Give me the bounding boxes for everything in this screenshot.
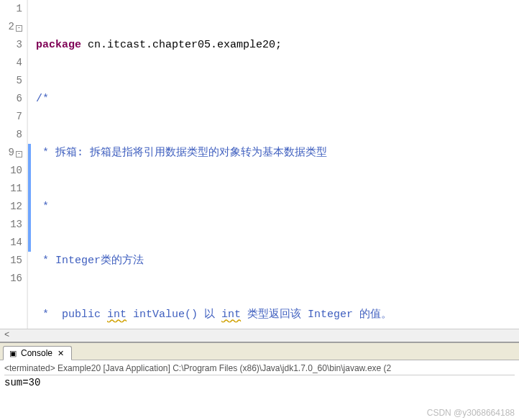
code-line[interactable]: * 拆箱: 拆箱是指将引用数据类型的对象转为基本数据类型 [33, 144, 519, 162]
line-number-gutter: 1 2- 3 4 5 6 7 8 9- 10 11 12 13 14 15 16 [0, 0, 27, 329]
code-content[interactable]: package cn.itcast.chapter05.example20; /… [33, 0, 519, 329]
console-tab[interactable]: ▣ Console ✕ [3, 346, 72, 360]
line-number: 16 [0, 270, 22, 288]
line-number: 15 [0, 252, 22, 270]
code-line[interactable]: package cn.itcast.chapter05.example20; [33, 36, 519, 54]
line-number: 7 [0, 108, 22, 126]
line-number: 6 [0, 90, 22, 108]
line-number: 12 [0, 198, 22, 216]
console-body: <terminated> Example20 [Java Application… [0, 360, 519, 390]
line-number: 14 [0, 234, 22, 252]
console-tab-label: Console [21, 348, 52, 358]
line-number: 8 [0, 126, 22, 144]
line-number: 5 [0, 72, 22, 90]
code-line[interactable]: * [33, 198, 519, 216]
line-number: 13 [0, 216, 22, 234]
horizontal-scrollbar[interactable]: < [0, 329, 519, 342]
code-line[interactable]: /* [33, 90, 519, 108]
line-number: 1 [0, 0, 22, 18]
code-container: 1 2- 3 4 5 6 7 8 9- 10 11 12 13 14 15 16… [0, 0, 519, 329]
console-output[interactable]: sum=30 [4, 375, 515, 388]
console-icon: ▣ [8, 348, 18, 358]
line-number: 9- [0, 144, 22, 162]
code-line[interactable]: * Integer类的方法 [33, 252, 519, 270]
code-line[interactable]: * public int intValue() 以 int 类型返回该 Inte… [33, 306, 519, 324]
close-icon[interactable]: ✕ [55, 348, 65, 358]
console-panel: ▣ Console ✕ <terminated> Example20 [Java… [0, 342, 519, 409]
scroll-left-icon[interactable]: < [4, 331, 14, 341]
line-number: 3 [0, 36, 22, 54]
line-number: 2- [0, 18, 22, 36]
watermark: CSDN @y3068664188 [427, 408, 515, 418]
line-number: 4 [0, 54, 22, 72]
code-editor[interactable]: 1 2- 3 4 5 6 7 8 9- 10 11 12 13 14 15 16… [0, 0, 519, 342]
fold-toggle-icon[interactable]: - [16, 25, 22, 32]
fold-toggle-icon[interactable]: - [16, 151, 22, 158]
console-status: <terminated> Example20 [Java Application… [4, 362, 515, 375]
line-number: 11 [0, 180, 22, 198]
console-tabbar: ▣ Console ✕ [0, 343, 519, 360]
line-number: 10 [0, 162, 22, 180]
marker-column [27, 0, 33, 329]
